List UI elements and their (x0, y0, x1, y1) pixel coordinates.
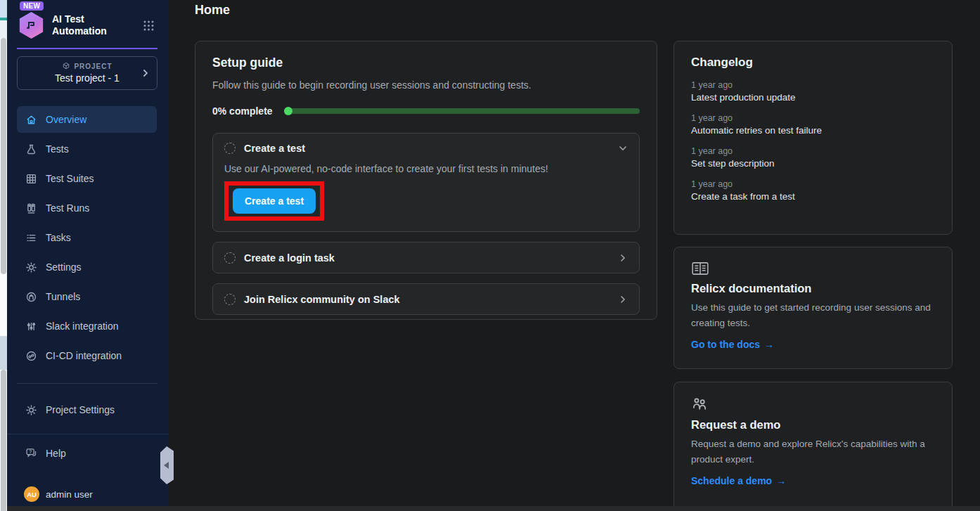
setup-guide-title: Setup guide (212, 56, 640, 70)
request-demo-card: Request a demo Request a demo and explor… (673, 382, 953, 511)
documentation-card: Relicx documentation Use this guide to g… (673, 247, 953, 369)
sidebar-divider (17, 383, 157, 384)
gear-icon (25, 261, 37, 273)
changelog-text: Automatic retries on test failure (691, 125, 935, 136)
user-menu[interactable]: AU admin user (24, 486, 93, 502)
progress-indicator-dot (284, 107, 292, 115)
schedule-demo-link[interactable]: Schedule a demo → (691, 475, 786, 486)
strip-segment (0, 20, 7, 39)
setup-guide-description: Follow this guide to begin recording use… (212, 79, 640, 91)
cube-icon (62, 62, 70, 70)
create-test-button[interactable]: Create a test (233, 188, 316, 214)
strip-segment (0, 274, 7, 336)
changelog-time: 1 year ago (691, 179, 935, 189)
sidebar-item-test-runs[interactable]: Test Runs (17, 195, 157, 221)
strip-segment (0, 0, 7, 18)
tunnel-icon (25, 291, 37, 303)
strip-segment (0, 336, 7, 370)
brand-divider (17, 48, 157, 49)
sidebar-nav: Overview Tests Test Suites Test Runs (7, 106, 169, 423)
people-icon (691, 396, 708, 413)
demo-description: Request a demo and explore Relicx's capa… (691, 436, 935, 467)
avatar: AU (24, 486, 39, 502)
step-title: Create a test (244, 143, 305, 154)
setup-guide-card: Setup guide Follow this guide to begin r… (195, 41, 657, 320)
incomplete-step-icon (224, 143, 236, 154)
project-selector[interactable]: PROJECT Test project - 1 (17, 56, 157, 90)
progress-row: 0% complete (212, 105, 640, 117)
setup-step-create-login-task[interactable]: Create a login task (212, 242, 640, 273)
background-page-strip (0, 0, 7, 511)
cicd-icon (25, 350, 37, 362)
sidebar-item-tasks[interactable]: Tasks (17, 224, 157, 251)
changelog-entry: 1 year ago Set step description (691, 146, 935, 169)
page-title: Home (195, 3, 230, 18)
incomplete-step-icon (224, 252, 236, 264)
changelog-time: 1 year ago (691, 113, 935, 123)
book-icon (691, 261, 709, 276)
sidebar-item-project-settings[interactable]: Project Settings (17, 396, 157, 423)
app-title: AI Test Automation (52, 13, 107, 38)
step-title: Join Relicx community on Slack (244, 294, 400, 305)
changelog-title: Changelog (691, 56, 935, 70)
changelog-time: 1 year ago (691, 146, 935, 156)
sidebar-footer: ? Help AU admin user (7, 434, 169, 506)
sidebar: NEW AI Test Automation PROJECT Test (7, 0, 169, 511)
chevron-right-icon[interactable] (618, 295, 628, 304)
documentation-title: Relicx documentation (691, 282, 935, 295)
sidebar-item-tunnels[interactable]: Tunnels (17, 283, 157, 310)
setup-step-create-test[interactable]: Create a test Use our AI-powered, no-cod… (212, 133, 640, 232)
home-icon (25, 114, 37, 126)
scrollbar-thumb[interactable] (1, 38, 6, 274)
chevron-right-icon (141, 69, 150, 77)
progress-bar (285, 108, 640, 114)
svg-text:?: ? (29, 449, 32, 454)
help-button[interactable]: ? Help (7, 447, 169, 459)
window-bottom-edge (7, 506, 980, 511)
columns-icon (25, 202, 37, 214)
apps-grid-icon[interactable] (143, 20, 155, 32)
arrow-right-icon: → (764, 339, 774, 350)
sidebar-item-cicd-integration[interactable]: CI-CD integration (17, 342, 157, 369)
changelog-time: 1 year ago (691, 80, 935, 90)
incomplete-step-icon (224, 294, 236, 305)
scrollbar-thumb[interactable] (1, 370, 6, 511)
project-name: Test project - 1 (25, 72, 150, 84)
gear-icon (25, 404, 37, 416)
sidebar-item-slack-integration[interactable]: Slack integration (17, 313, 157, 339)
setup-step-join-slack[interactable]: Join Relicx community on Slack (212, 283, 640, 315)
flask-icon (25, 143, 37, 155)
step-title: Create a login task (244, 252, 335, 264)
help-icon: ? (25, 447, 37, 459)
changelog-text: Create a task from a test (691, 191, 935, 202)
app-logo-icon[interactable] (18, 12, 44, 39)
changelog-entry: 1 year ago Create a task from a test (691, 179, 935, 202)
go-to-docs-link[interactable]: Go to the docs → (691, 339, 774, 350)
step-header[interactable]: Create a test (224, 143, 628, 154)
slack-icon (25, 321, 37, 332)
documentation-description: Use this guide to get started recording … (691, 300, 935, 330)
project-label: PROJECT (25, 62, 150, 70)
annotation-highlight-box: Create a test (224, 181, 324, 221)
sidebar-item-settings[interactable]: Settings (17, 254, 157, 280)
changelog-entry: 1 year ago Automatic retries on test fai… (691, 113, 935, 136)
chevron-right-icon[interactable] (618, 253, 628, 263)
user-name: admin user (46, 489, 93, 500)
grid-icon (25, 173, 37, 185)
collapse-arrow-icon (164, 462, 169, 469)
changelog-entry: 1 year ago Latest production update (691, 80, 935, 103)
changelog-card: Changelog 1 year ago Latest production u… (673, 41, 953, 235)
sidebar-item-tests[interactable]: Tests (17, 136, 157, 162)
new-badge: NEW (20, 1, 44, 11)
sidebar-item-test-suites[interactable]: Test Suites (17, 165, 157, 192)
list-icon (25, 232, 37, 244)
demo-title: Request a demo (691, 418, 935, 432)
chevron-down-icon[interactable] (618, 143, 628, 153)
sidebar-item-overview[interactable]: Overview (17, 106, 157, 133)
changelog-text: Latest production update (691, 92, 935, 103)
sidebar-collapse-handle[interactable] (160, 446, 174, 484)
step-description: Use our AI-powered, no-code interface to… (224, 163, 628, 174)
changelog-text: Set step description (691, 158, 935, 169)
arrow-right-icon: → (776, 475, 786, 486)
progress-label: 0% complete (212, 105, 273, 117)
